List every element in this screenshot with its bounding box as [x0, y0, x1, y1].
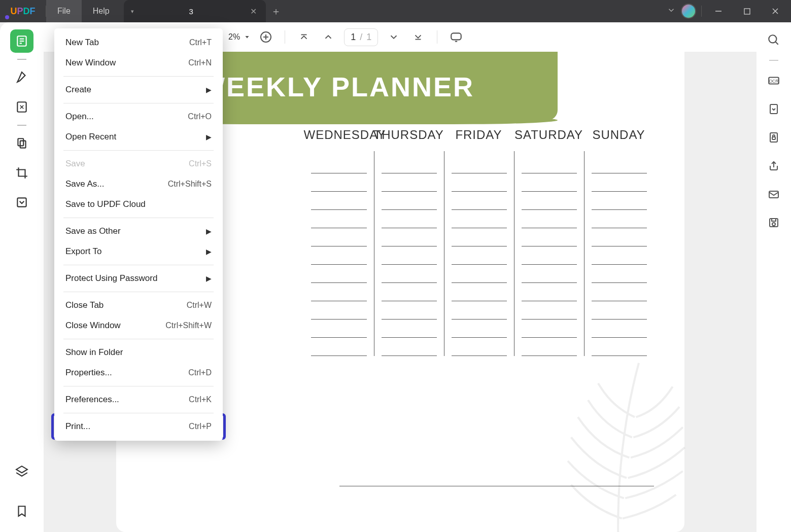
right-sidebar: OCR: [756, 22, 791, 532]
menu-print[interactable]: Print...Ctrl+P: [54, 416, 223, 437]
menu-preferences[interactable]: Preferences...Ctrl+K: [54, 389, 223, 410]
divider: [769, 60, 778, 61]
menu-open[interactable]: Open...Ctrl+O: [54, 107, 223, 127]
crop-tool[interactable]: [10, 161, 33, 185]
divider: [17, 125, 26, 126]
svg-point-31: [772, 223, 775, 226]
ocr-button[interactable]: OCR: [765, 72, 782, 89]
left-sidebar: [0, 22, 44, 532]
menu-divider: [63, 339, 214, 339]
menu-save-other[interactable]: Save as Other▶: [54, 221, 223, 241]
chevron-down-icon: [244, 34, 250, 40]
menu-close-tab[interactable]: Close TabCtrl+W: [54, 295, 223, 315]
day-header: SATURDAY: [514, 128, 584, 142]
divider: [17, 59, 26, 60]
divider: [285, 30, 285, 44]
svg-marker-13: [246, 36, 249, 39]
menu-save-as[interactable]: Save As...Ctrl+Shift+S: [54, 174, 223, 194]
maximize-button[interactable]: [735, 0, 759, 22]
zoom-display[interactable]: 2%: [228, 32, 250, 42]
prev-page-button[interactable]: [320, 28, 337, 46]
svg-marker-12: [16, 466, 27, 473]
menu-divider: [63, 103, 214, 103]
menu-divider: [63, 218, 214, 218]
submenu-arrow-icon: ▶: [206, 133, 212, 141]
menu-export-to[interactable]: Export To▶: [54, 241, 223, 262]
email-button[interactable]: [765, 186, 782, 203]
edit-text-tool[interactable]: [10, 95, 33, 119]
svg-rect-1: [744, 9, 750, 14]
menu-divider: [63, 292, 214, 292]
last-page-button[interactable]: [409, 28, 427, 46]
day-header: SUNDAY: [584, 128, 654, 142]
document-tab[interactable]: ▾ 3 ✕: [124, 0, 266, 22]
protect-button[interactable]: [765, 129, 782, 146]
day-header: FRIDAY: [444, 128, 514, 142]
file-dropdown-menu: New TabCtrl+T New WindowCtrl+N Create▶ O…: [54, 28, 223, 441]
titlebar-dropdown-icon[interactable]: [667, 6, 676, 17]
save-button[interactable]: [765, 214, 782, 231]
first-page-button[interactable]: [295, 28, 313, 46]
convert-button[interactable]: [765, 100, 782, 118]
file-menu-button[interactable]: File: [46, 0, 82, 22]
menu-new-window[interactable]: New WindowCtrl+N: [54, 53, 223, 73]
menu-divider: [63, 76, 214, 77]
day-header: THURSDAY: [374, 128, 444, 142]
menu-save: SaveCtrl+S: [54, 154, 223, 174]
tab-dropdown-icon[interactable]: ▾: [131, 8, 134, 15]
svg-rect-28: [769, 191, 778, 198]
leaf-decoration: [542, 349, 695, 532]
help-menu-button[interactable]: Help: [82, 0, 121, 22]
svg-rect-19: [451, 33, 461, 40]
submenu-arrow-icon: ▶: [206, 274, 212, 282]
menu-protect[interactable]: Protect Using Password▶: [54, 268, 223, 289]
svg-rect-26: [772, 137, 775, 139]
svg-rect-24: [770, 104, 777, 114]
menu-properties[interactable]: Properties...Ctrl+D: [54, 363, 223, 383]
minimize-button[interactable]: [707, 0, 730, 22]
submenu-arrow-icon: ▶: [206, 247, 212, 256]
svg-point-20: [769, 35, 776, 43]
new-tab-button[interactable]: ＋: [266, 5, 286, 18]
menu-save-cloud[interactable]: Save to UPDF Cloud: [54, 194, 223, 215]
submenu-arrow-icon: ▶: [206, 86, 212, 94]
highlighter-tool[interactable]: [10, 66, 33, 89]
indicator-dot: [5, 15, 9, 19]
menu-new-tab[interactable]: New TabCtrl+T: [54, 32, 223, 53]
menu-open-recent[interactable]: Open Recent▶: [54, 127, 223, 147]
menu-create[interactable]: Create▶: [54, 80, 223, 100]
menu-divider: [63, 265, 214, 265]
footer-rule: [339, 486, 654, 486]
day-header: WEDNESDAY: [304, 128, 374, 142]
user-avatar[interactable]: [681, 4, 696, 19]
page-number-input[interactable]: 1 / 1: [344, 28, 378, 46]
svg-rect-11: [17, 198, 26, 206]
layers-tool[interactable]: [10, 460, 33, 483]
compress-tool[interactable]: [10, 191, 33, 214]
svg-rect-30: [772, 219, 776, 221]
svg-line-21: [775, 42, 778, 44]
search-button[interactable]: [765, 31, 782, 49]
reader-tool[interactable]: [10, 29, 33, 53]
menu-divider: [63, 386, 214, 386]
divider: [701, 6, 702, 17]
divider: [437, 30, 437, 44]
share-button[interactable]: [765, 157, 782, 174]
present-button[interactable]: [448, 28, 465, 46]
organize-pages-tool[interactable]: [10, 132, 33, 155]
menu-close-window[interactable]: Close WindowCtrl+Shift+W: [54, 315, 223, 336]
tab-label: 3: [140, 7, 243, 16]
zoom-in-button[interactable]: [257, 28, 274, 46]
submenu-arrow-icon: ▶: [206, 227, 212, 235]
bookmark-tool[interactable]: [10, 500, 33, 523]
next-page-button[interactable]: [385, 28, 402, 46]
svg-text:OCR: OCR: [769, 79, 778, 84]
menu-show-folder[interactable]: Show in Folder: [54, 342, 223, 363]
close-window-button[interactable]: [764, 0, 787, 22]
menu-divider: [63, 413, 214, 413]
tab-close-icon[interactable]: ✕: [249, 7, 259, 16]
titlebar: UPDF File Help ▾ 3 ✕ ＋: [0, 0, 791, 22]
menu-divider: [63, 150, 214, 151]
svg-rect-9: [18, 138, 23, 146]
